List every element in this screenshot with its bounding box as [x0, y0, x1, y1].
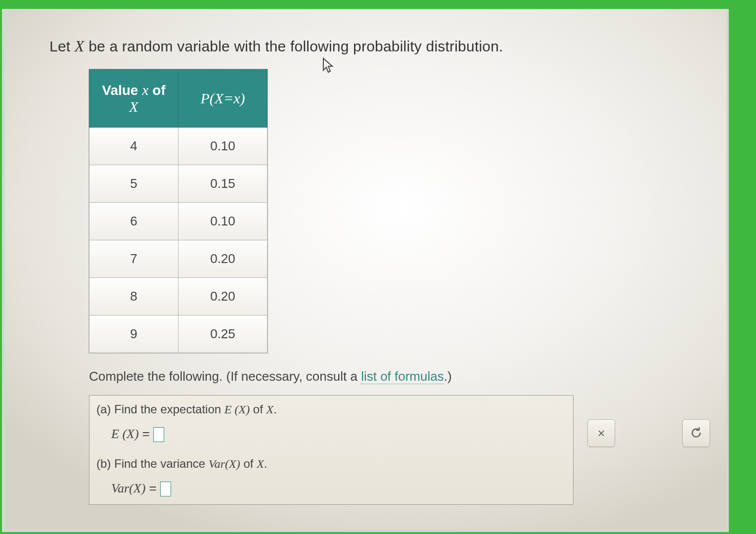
header-text: of	[149, 83, 166, 98]
table-row: 80.20	[89, 278, 267, 315]
table-header-value: Value x of X	[89, 70, 178, 128]
header-var-X: X	[129, 98, 138, 115]
instruction-text: Complete the following. (If necessary, c…	[89, 369, 687, 384]
cell-p: 0.10	[178, 203, 267, 240]
table-row: 60.10	[89, 203, 267, 240]
table-body: 40.10 50.15 60.10 70.20 80.20 90.25	[89, 128, 267, 353]
question-prompt: Let X be a random variable with the foll…	[49, 37, 687, 55]
expectation-input[interactable]	[153, 427, 164, 442]
cell-p: 0.10	[178, 128, 267, 165]
question-page: Let X be a random variable with the foll…	[5, 10, 726, 529]
cell-x: 4	[89, 128, 178, 165]
table-row: 70.20	[89, 240, 267, 278]
cell-p: 0.25	[178, 315, 267, 353]
cell-p: 0.20	[178, 240, 267, 278]
part-a-fn: E (X)	[224, 403, 250, 416]
part-b-lhs: Var(X)	[111, 481, 145, 495]
part-b-equation: Var(X) =	[89, 478, 573, 504]
reset-button[interactable]	[682, 419, 710, 447]
close-icon: ×	[597, 426, 605, 441]
instruction-pre: Complete the following. (If necessary, c…	[89, 369, 361, 384]
cell-p: 0.15	[178, 165, 267, 203]
part-a-equation: E (X) =	[89, 423, 573, 450]
table-row: 50.15	[89, 165, 267, 203]
redo-icon	[689, 426, 704, 441]
table-row: 40.10	[89, 128, 267, 165]
cursor-icon	[321, 57, 336, 74]
part-b-fn: Var(X)	[209, 457, 240, 470]
part-a-lhs: E (X)	[111, 427, 139, 441]
instruction-post: .)	[444, 369, 452, 384]
prompt-variable-X: X	[75, 37, 85, 55]
header-text: Value	[102, 83, 142, 98]
part-a-var: X	[266, 403, 273, 416]
prompt-text-pre: Let	[49, 38, 75, 54]
cell-x: 9	[89, 315, 178, 353]
part-b-prompt: (b) Find the variance Var(X) of X.	[89, 450, 573, 478]
part-b-of: of	[240, 457, 257, 470]
table-row: 90.25	[89, 315, 267, 353]
part-b-var: X	[257, 457, 264, 470]
cell-x: 8	[89, 278, 178, 315]
table-header-prob: P(X=x)	[178, 70, 267, 128]
part-a-period: .	[273, 402, 277, 416]
cell-x: 7	[89, 240, 178, 278]
part-a-prompt: (a) Find the expectation E (X) of X.	[89, 396, 573, 423]
cell-p: 0.20	[178, 278, 267, 315]
prompt-text-post: be a random variable with the following …	[85, 38, 503, 54]
part-a-label: (a) Find the expectation	[96, 402, 224, 416]
part-b-eq-sign: =	[145, 481, 160, 495]
answer-box: (a) Find the expectation E (X) of X. E (…	[89, 395, 574, 505]
header-prob-text: P(X=x)	[200, 90, 245, 106]
cell-x: 6	[89, 203, 178, 240]
part-b-label: (b) Find the variance	[96, 457, 209, 470]
clear-button[interactable]: ×	[587, 419, 615, 447]
header-var-x: x	[142, 82, 148, 98]
table-header-row: Value x of X P(X=x)	[89, 70, 267, 128]
part-a-eq-sign: =	[139, 426, 154, 441]
part-b-period: .	[264, 457, 267, 470]
cell-x: 5	[89, 165, 178, 203]
variance-input[interactable]	[160, 482, 171, 496]
formulas-link[interactable]: list of formulas	[361, 369, 444, 384]
part-a-of: of	[250, 402, 266, 416]
probability-table: Value x of X P(X=x) 40.10 50.15 60.10 70…	[89, 69, 267, 353]
